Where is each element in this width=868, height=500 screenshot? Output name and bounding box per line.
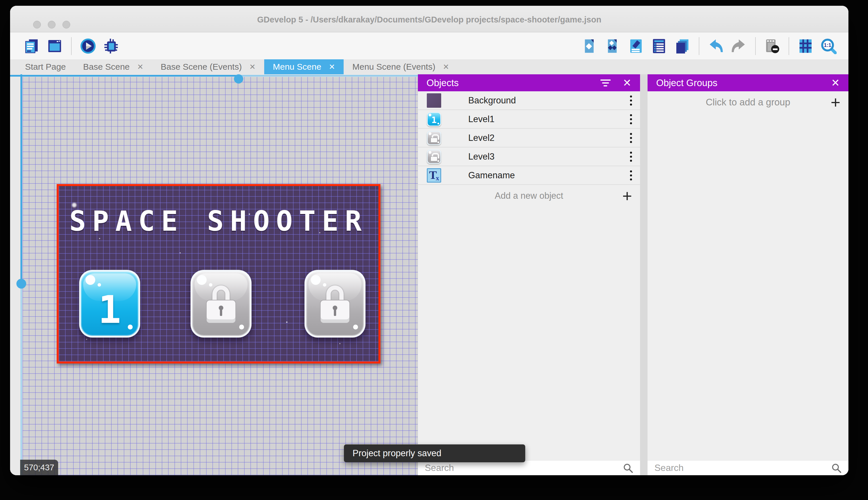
close-tab-icon[interactable]: ✕ <box>249 62 256 71</box>
debug-icon[interactable] <box>103 38 119 55</box>
redo-icon[interactable] <box>730 38 747 55</box>
tab-menu-scene-events[interactable]: Menu Scene (Events) ✕ <box>344 59 458 74</box>
object-row-background[interactable]: Background <box>418 91 640 110</box>
groups-search <box>647 460 848 475</box>
instances-list-icon[interactable] <box>651 38 668 55</box>
layers-icon[interactable] <box>674 38 691 55</box>
text-object-thumbnail-icon: Tx <box>427 168 441 183</box>
object-groups-editor-icon[interactable] <box>605 38 622 55</box>
objects-search <box>418 460 640 475</box>
panel-divider[interactable] <box>640 74 647 475</box>
search-icon <box>623 463 634 474</box>
lock-icon <box>320 285 350 323</box>
toolbar-separator <box>699 37 699 55</box>
undo-icon[interactable] <box>707 38 724 55</box>
scene-editor-canvas[interactable]: SPACE SHOOTER 1 <box>10 74 418 475</box>
object-menu-icon[interactable] <box>630 133 632 143</box>
cursor-coordinates-badge: 570;437 <box>20 460 58 475</box>
close-tab-icon[interactable]: ✕ <box>443 62 449 71</box>
play-preview-icon[interactable] <box>80 38 96 55</box>
toolbar-separator <box>71 37 72 55</box>
project-manager-icon[interactable] <box>23 38 40 55</box>
close-panel-icon[interactable]: ✕ <box>623 78 631 88</box>
level2-button-object[interactable] <box>190 270 251 338</box>
locked-thumbnail-icon <box>427 131 441 145</box>
horizontal-scrollbar-handle[interactable] <box>234 74 243 83</box>
object-groups-panel: Object Groups ✕ Click to add a group + <box>647 74 848 475</box>
object-menu-icon[interactable] <box>630 114 632 124</box>
object-row-gamename[interactable]: Tx Gamename <box>418 166 640 185</box>
vertical-scrollbar[interactable] <box>21 74 22 284</box>
background-thumbnail-icon <box>427 93 441 108</box>
objects-editor-icon[interactable] <box>582 38 599 55</box>
tab-base-scene-events[interactable]: Base Scene (Events) ✕ <box>152 59 264 74</box>
object-groups-panel-title: Object Groups <box>656 78 717 88</box>
add-new-object-button[interactable]: Add a new object + <box>418 185 640 207</box>
toast-message: Project properly saved <box>353 448 441 458</box>
search-icon <box>831 463 842 474</box>
zoom-1-1-icon[interactable]: 1:1 <box>820 38 837 55</box>
gdevelop-window: GDevelop 5 - /Users/dkarakay/Documents/G… <box>10 6 848 475</box>
lock-icon <box>206 285 236 323</box>
level1-button-object[interactable]: 1 <box>79 270 140 338</box>
locked-thumbnail-icon <box>427 149 441 164</box>
object-groups-panel-header: Object Groups ✕ <box>647 74 848 91</box>
objects-panel: Objects ✕ Background 1 Level1 <box>418 74 640 475</box>
toolbar-separator <box>755 37 756 55</box>
preview-window-icon[interactable] <box>46 38 63 55</box>
object-row-level1[interactable]: 1 Level1 <box>418 110 640 129</box>
vertical-scrollbar-handle[interactable] <box>16 279 26 288</box>
object-row-level2[interactable]: Level2 <box>418 129 640 147</box>
level3-button-object[interactable] <box>305 270 365 338</box>
toolbar-separator <box>788 37 789 55</box>
object-menu-icon[interactable] <box>630 151 632 162</box>
titlebar: GDevelop 5 - /Users/dkarakay/Documents/G… <box>10 6 848 32</box>
filter-icon[interactable] <box>600 79 611 87</box>
game-title-text-object[interactable]: SPACE SHOOTER <box>59 205 378 237</box>
toolbar: 1:1 <box>10 33 848 59</box>
objects-search-input[interactable] <box>425 461 603 475</box>
svg-text:1:1: 1:1 <box>824 42 831 48</box>
object-menu-icon[interactable] <box>630 95 632 105</box>
objects-panel-header: Objects ✕ <box>418 74 640 91</box>
close-tab-icon[interactable]: ✕ <box>329 62 335 71</box>
tab-menu-scene[interactable]: Menu Scene ✕ <box>264 59 344 74</box>
grid-toggle-icon[interactable] <box>797 38 814 55</box>
render-mask-icon[interactable] <box>764 38 781 55</box>
horizontal-scrollbar[interactable] <box>10 75 239 77</box>
desktop-background: GDevelop 5 - /Users/dkarakay/Documents/G… <box>0 0 868 500</box>
level1-thumbnail-icon: 1 <box>427 112 441 126</box>
object-menu-icon[interactable] <box>630 170 632 180</box>
close-panel-icon[interactable]: ✕ <box>831 78 840 88</box>
add-group-button[interactable]: Click to add a group + <box>647 91 848 113</box>
close-tab-icon[interactable]: ✕ <box>137 62 144 71</box>
tabbar: Start Page Base Scene ✕ Base Scene (Even… <box>10 59 848 74</box>
window-title: GDevelop 5 - /Users/dkarakay/Documents/G… <box>10 6 848 32</box>
tab-base-scene[interactable]: Base Scene ✕ <box>74 59 152 74</box>
save-toast: Project properly saved <box>344 444 525 462</box>
objects-panel-title: Objects <box>426 78 459 88</box>
groups-search-input[interactable] <box>655 461 815 475</box>
object-row-level3[interactable]: Level3 <box>418 147 640 166</box>
tab-start-page[interactable]: Start Page <box>16 59 74 74</box>
properties-icon[interactable] <box>628 38 645 55</box>
scene-window-selected[interactable]: SPACE SHOOTER 1 <box>57 184 380 363</box>
